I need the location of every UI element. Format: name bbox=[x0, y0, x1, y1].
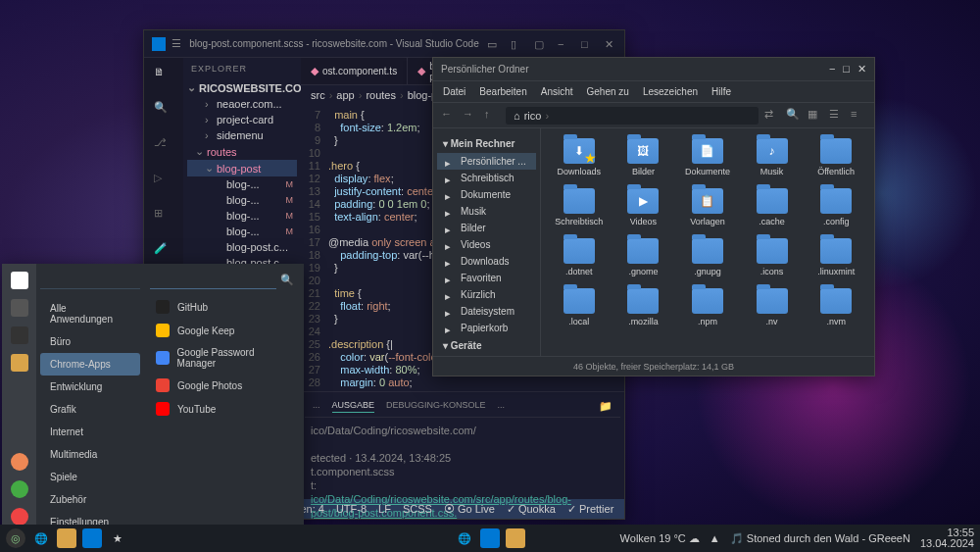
sidebar-item[interactable]: ▸Dokumente bbox=[437, 186, 536, 203]
logout-icon[interactable] bbox=[11, 480, 28, 498]
search-input[interactable] bbox=[40, 270, 140, 289]
lock-icon[interactable] bbox=[11, 453, 28, 471]
sidebar-item[interactable]: ▸Videos bbox=[437, 236, 536, 253]
weather-widget[interactable]: Wolken 19 °C ☁ bbox=[620, 532, 700, 545]
folder-item[interactable]: 🖼Bilder bbox=[615, 138, 672, 176]
sidebar-item[interactable]: ▸Musik bbox=[437, 203, 536, 220]
grid-view-icon[interactable]: ▦ bbox=[808, 108, 823, 124]
app-item[interactable]: YouTube bbox=[150, 397, 298, 421]
folder-item[interactable]: 📋Vorlagen bbox=[679, 188, 736, 226]
search-input[interactable] bbox=[150, 270, 276, 289]
vscode-icon[interactable] bbox=[82, 528, 102, 548]
folder-item[interactable]: .local bbox=[551, 288, 608, 326]
workspace-name[interactable]: ⌄RICOSWEBSITE.COM bbox=[183, 79, 301, 96]
compact-view-icon[interactable]: ≡ bbox=[851, 108, 866, 124]
sidebar-item[interactable]: ▸Kürzlich bbox=[437, 286, 536, 303]
terminal-tab[interactable]: AUSGABE bbox=[332, 400, 375, 413]
list-view-icon[interactable]: ☰ bbox=[829, 108, 845, 124]
sidebar-item[interactable]: ▸Dateisystem bbox=[437, 303, 536, 320]
close-icon[interactable]: ✕ bbox=[605, 38, 616, 50]
folder-item[interactable]: ▶Videos bbox=[615, 188, 672, 226]
tree-item[interactable]: ⌄blog-post bbox=[187, 160, 297, 176]
category-item[interactable]: Chrome-Apps bbox=[40, 353, 140, 376]
category-item[interactable]: Büro bbox=[40, 330, 140, 353]
tree-item[interactable]: blog-...M bbox=[187, 208, 297, 224]
sidebar-item[interactable]: ▸Backup⏏ bbox=[437, 355, 536, 356]
app-item[interactable]: GitHub bbox=[150, 295, 298, 319]
sidebar-item[interactable]: ▸Persönlicher ... bbox=[437, 153, 536, 170]
star-icon[interactable]: ★ bbox=[108, 528, 127, 548]
menu-item[interactable]: Bearbeiten bbox=[479, 86, 526, 97]
terminal-icon[interactable] bbox=[11, 326, 28, 344]
folder-item[interactable]: .npm bbox=[679, 288, 736, 326]
go-live[interactable]: ⦿ Go Live bbox=[444, 503, 495, 515]
folder-item[interactable]: Schreibtisch bbox=[551, 188, 608, 226]
category-item[interactable]: Multimedia bbox=[40, 443, 140, 466]
vscode-titlebar[interactable]: ☰ blog-post.component.scss - ricoswebsit… bbox=[144, 30, 624, 58]
terminal-tab[interactable]: ... bbox=[498, 400, 506, 413]
files-icon[interactable]: 🗎 bbox=[154, 66, 173, 85]
layout-icon[interactable]: ▭ bbox=[487, 38, 499, 50]
maximize-icon[interactable]: □ bbox=[581, 38, 593, 50]
files-icon[interactable] bbox=[57, 528, 76, 548]
folder-item[interactable]: .mozilla bbox=[615, 288, 672, 326]
encoding[interactable]: UTF-8 bbox=[336, 503, 367, 515]
folder-item[interactable]: .linuxmint bbox=[808, 238, 864, 276]
tree-item[interactable]: blog-post.c... bbox=[187, 239, 297, 255]
settings-icon[interactable] bbox=[11, 299, 28, 317]
sidebar-item[interactable]: ▸Schreibtisch bbox=[437, 170, 536, 186]
tree-item[interactable]: ⌄routes bbox=[187, 143, 297, 160]
minimize-icon[interactable]: − bbox=[829, 63, 835, 75]
sidebar-item[interactable]: ▸Favoriten bbox=[437, 270, 536, 286]
files-icon[interactable] bbox=[11, 354, 28, 372]
layout-icon[interactable]: ▢ bbox=[534, 38, 546, 50]
folder-item[interactable]: .cache bbox=[744, 188, 801, 226]
quokka[interactable]: ✓ Quokka bbox=[507, 503, 556, 516]
home-icon[interactable]: ⌂ bbox=[514, 110, 520, 122]
app-item[interactable]: Google Password Manager bbox=[150, 342, 298, 374]
folder-grid[interactable]: ⬇★Downloads🖼Bilder📄Dokumente♪MusikÖffent… bbox=[541, 128, 874, 356]
folder-item[interactable]: .icons bbox=[744, 238, 801, 276]
debug-icon[interactable]: ▷ bbox=[154, 172, 173, 191]
tree-item[interactable]: ›neaoer.com... bbox=[187, 96, 297, 112]
breadcrumb-item[interactable]: routes bbox=[366, 89, 396, 101]
clock[interactable]: 13:55 13.04.2024 bbox=[920, 527, 974, 549]
chrome-task-icon[interactable]: 🌐 bbox=[455, 528, 474, 548]
category-item[interactable]: Spiele bbox=[40, 466, 140, 488]
music-widget[interactable]: 🎵 Stoned durch den Wald - GReeeN bbox=[730, 532, 910, 545]
sidebar-item[interactable]: ▸Downloads bbox=[437, 253, 536, 270]
editor-tab[interactable]: ◆ost.component.ts bbox=[301, 58, 408, 84]
files-task-icon[interactable] bbox=[506, 528, 525, 548]
up-icon[interactable]: ↑ bbox=[484, 108, 500, 124]
menu-item[interactable]: Datei bbox=[443, 86, 466, 97]
folder-item[interactable]: Öffentlich bbox=[808, 138, 864, 176]
breadcrumb-item[interactable]: src bbox=[311, 89, 325, 101]
folder-icon[interactable]: 📁 bbox=[599, 400, 612, 413]
extensions-icon[interactable]: ⊞ bbox=[154, 207, 173, 226]
minimize-icon[interactable]: − bbox=[558, 38, 569, 50]
folder-item[interactable]: .nv bbox=[744, 288, 801, 326]
layout-icon[interactable]: ▯ bbox=[511, 38, 522, 50]
category-item[interactable]: Zubehör bbox=[40, 488, 140, 511]
category-item[interactable]: Entwicklung bbox=[40, 376, 140, 398]
category-item[interactable]: Alle Anwendungen bbox=[40, 297, 140, 330]
folder-item[interactable]: ♪Musik bbox=[744, 138, 801, 176]
folder-item[interactable]: .dotnet bbox=[551, 238, 608, 276]
test-icon[interactable]: 🧪 bbox=[154, 242, 173, 262]
prettier[interactable]: ✓ Prettier bbox=[567, 503, 614, 516]
search-icon[interactable]: 🔍 bbox=[276, 274, 298, 286]
folder-item[interactable]: .gnome bbox=[615, 238, 672, 276]
tray-icon[interactable]: ▲ bbox=[710, 532, 720, 544]
sidebar-section[interactable]: ▾ Mein Rechner bbox=[437, 134, 536, 153]
tree-item[interactable]: ›sidemenu bbox=[187, 127, 297, 143]
app-icon[interactable] bbox=[11, 272, 28, 289]
tree-item[interactable]: blog-...M bbox=[187, 176, 297, 192]
fm-titlebar[interactable]: Persönlicher Ordner − □ ✕ bbox=[433, 58, 874, 81]
eol[interactable]: LF bbox=[378, 503, 391, 515]
back-icon[interactable]: ← bbox=[441, 108, 457, 124]
category-item[interactable]: Internet bbox=[40, 421, 140, 443]
terminal-tab[interactable]: DEBUGGING-KONSOLE bbox=[386, 400, 486, 413]
path-segment[interactable]: rico bbox=[524, 110, 542, 122]
hamburger-icon[interactable]: ☰ bbox=[172, 37, 181, 50]
sidebar-section[interactable]: ▾ Geräte bbox=[437, 336, 536, 355]
